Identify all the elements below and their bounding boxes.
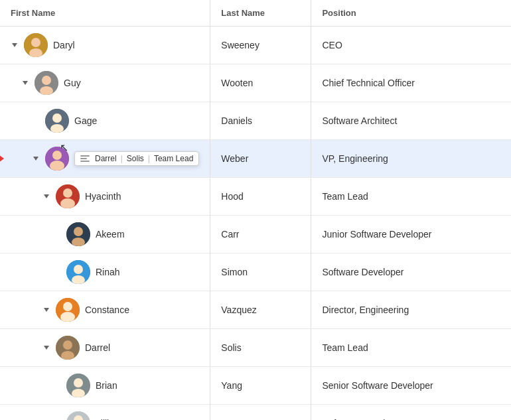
table-row: LilliDan...Software Devel... xyxy=(0,405,511,421)
svg-point-28 xyxy=(74,378,83,387)
tag-label: Team Lead xyxy=(154,154,193,163)
avatar xyxy=(45,147,69,171)
svg-point-25 xyxy=(63,340,72,350)
toggle-button[interactable] xyxy=(11,41,19,49)
position-cell: VP, Engineering xyxy=(311,140,511,178)
table-row: ConstanceVazquezDirector, Engineering xyxy=(0,291,511,329)
toggle-button[interactable] xyxy=(21,79,29,87)
position-cell: Software Devel... xyxy=(311,405,511,421)
avatar xyxy=(56,298,80,322)
avatar xyxy=(56,336,80,360)
table-row: HyacinthHoodTeam Lead xyxy=(0,178,511,216)
svg-point-19 xyxy=(74,265,83,274)
lastname-cell: Vazquez xyxy=(210,291,311,329)
firstname-cell: Daryl xyxy=(0,27,210,64)
toggle-button[interactable] xyxy=(42,344,50,352)
firstname-cell: Lilli xyxy=(0,405,210,421)
table-row: Darrel|Solis|Team Lead↖WeberVP, Engineer… xyxy=(0,140,511,178)
firstname-text: Rinah xyxy=(96,267,120,277)
position-cell: Software Architect xyxy=(311,102,511,140)
avatar xyxy=(66,222,90,246)
svg-point-10 xyxy=(52,151,62,160)
toggle-button[interactable] xyxy=(32,155,40,163)
firstname-text: Akeem xyxy=(96,229,125,240)
lastname-cell: Dan... xyxy=(210,405,311,421)
table-row: DarylSweeneyCEO xyxy=(0,27,511,64)
table-row: BrianYangSenior Software Developer xyxy=(0,367,511,405)
svg-point-4 xyxy=(42,76,51,85)
firstname-text: Guy xyxy=(64,78,81,88)
firstname-cell: Gage xyxy=(0,102,210,140)
svg-point-7 xyxy=(52,113,62,123)
col-header-lastname: Last Name xyxy=(210,0,311,27)
position-cell: Software Developer xyxy=(311,253,511,291)
svg-point-22 xyxy=(63,302,72,311)
position-cell: Senior Software Developer xyxy=(311,367,511,405)
lastname-cell: Weber xyxy=(210,140,311,178)
table-header-row: First Name Last Name Position xyxy=(0,0,511,27)
firstname-cell: Constance xyxy=(0,291,210,329)
table-row: AkeemCarrJunior Software Developer xyxy=(0,216,511,253)
firstname-cell: Akeem xyxy=(0,216,210,253)
firstname-text: Constance xyxy=(85,305,129,315)
tag-overlay: Darrel|Solis|Team Lead xyxy=(74,151,199,166)
org-chart-table: First Name Last Name Position DarylSween… xyxy=(0,0,511,420)
svg-point-1 xyxy=(31,38,40,47)
lastname-cell: Sweeney xyxy=(210,27,311,64)
table-row: RinahSimonSoftware Developer xyxy=(0,253,511,291)
tag-label: Solis xyxy=(127,154,144,163)
avatar xyxy=(66,260,90,284)
avatar xyxy=(56,184,80,208)
firstname-text: Gage xyxy=(74,115,97,126)
firstname-cell: Darrel|Solis|Team Lead↖ xyxy=(0,140,210,178)
lastname-cell: Simon xyxy=(210,253,311,291)
position-cell: Director, Engineering xyxy=(311,291,511,329)
svg-point-13 xyxy=(63,188,72,198)
firstname-text: Daryl xyxy=(53,40,75,50)
rows-icon xyxy=(80,155,90,162)
firstname-cell: Rinah xyxy=(0,253,210,291)
lastname-cell: Daniels xyxy=(210,102,311,140)
position-cell: Team Lead xyxy=(311,178,511,216)
lastname-cell: Wooten xyxy=(210,64,311,102)
table-row: DarrelSolisTeam Lead xyxy=(0,329,511,367)
firstname-cell: Hyacinth xyxy=(0,178,210,216)
position-cell: Team Lead xyxy=(311,329,511,367)
data-table: First Name Last Name Position DarylSween… xyxy=(0,0,511,420)
lastname-cell: Carr xyxy=(210,216,311,253)
firstname-cell: Darrel xyxy=(0,329,210,367)
toggle-button[interactable] xyxy=(42,192,50,200)
position-cell: Junior Software Developer xyxy=(311,216,511,253)
lastname-cell: Hood xyxy=(210,178,311,216)
tag-label: Darrel xyxy=(95,154,117,163)
expand-handle xyxy=(0,155,4,163)
lastname-cell: Yang xyxy=(210,367,311,405)
lastname-cell: Solis xyxy=(210,329,311,367)
position-cell: CEO xyxy=(311,27,511,64)
firstname-cell: Guy xyxy=(0,64,210,102)
firstname-text: Darrel xyxy=(85,342,110,353)
avatar xyxy=(45,109,69,133)
position-cell: Chief Technical Officer xyxy=(311,64,511,102)
firstname-cell: Brian xyxy=(0,367,210,405)
col-header-firstname: First Name xyxy=(0,0,210,27)
firstname-text: Brian xyxy=(96,380,117,391)
table-row: GuyWootenChief Technical Officer xyxy=(0,64,511,102)
table-row: GageDanielsSoftware Architect xyxy=(0,102,511,140)
avatar xyxy=(66,411,90,420)
avatar xyxy=(66,374,90,397)
firstname-text: Hyacinth xyxy=(85,191,121,202)
toggle-button[interactable] xyxy=(42,306,50,314)
svg-point-16 xyxy=(74,227,83,236)
col-header-position: Position xyxy=(311,0,511,27)
avatar xyxy=(35,71,58,95)
avatar xyxy=(24,33,48,57)
